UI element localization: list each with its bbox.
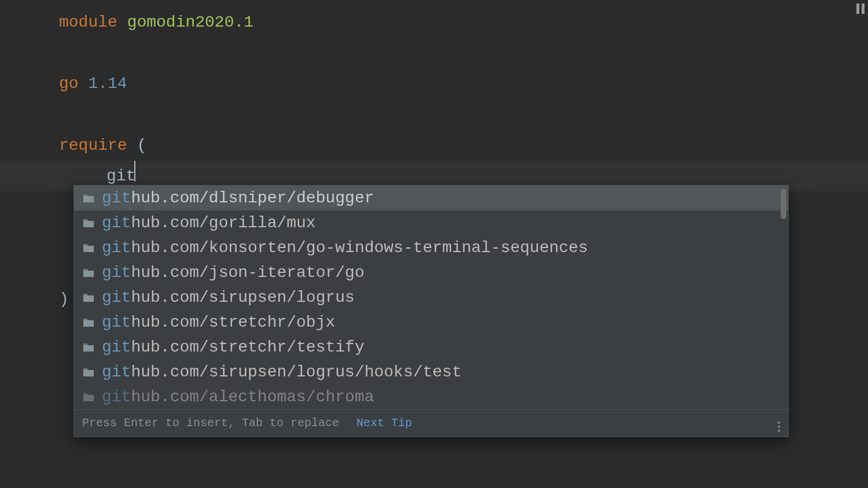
close-paren: ) <box>59 290 69 308</box>
completion-text: github.com/konsorten/go-windows-terminal… <box>102 239 588 257</box>
typed-text: git <box>106 167 135 185</box>
more-options-icon[interactable] <box>778 413 780 432</box>
completion-item[interactable]: github.com/json-iterator/go <box>74 260 788 285</box>
pause-icon[interactable] <box>856 3 865 14</box>
completion-text: github.com/dlsniper/debugger <box>102 189 374 207</box>
code-line: go 1.14 <box>0 68 868 99</box>
folder-icon <box>82 268 95 278</box>
completion-text: github.com/gorilla/mux <box>102 214 316 232</box>
folder-icon <box>82 218 95 228</box>
folder-icon <box>82 193 95 204</box>
scrollbar-thumb[interactable] <box>781 189 786 219</box>
module-name: gomodin2020.1 <box>127 13 253 31</box>
folder-icon <box>82 243 95 253</box>
completion-item[interactable]: github.com/alecthomas/chroma <box>74 385 788 409</box>
code-line-blank <box>0 38 868 68</box>
folder-icon <box>82 367 95 378</box>
completion-footer: Press Enter to insert, Tab to replace Ne… <box>74 409 788 437</box>
keyword-go: go <box>59 75 79 93</box>
folder-icon <box>82 317 95 328</box>
completion-item[interactable]: github.com/konsorten/go-windows-terminal… <box>74 235 788 260</box>
completion-item[interactable]: github.com/stretchr/objx <box>74 310 788 335</box>
completion-text: github.com/sirupsen/logrus/hooks/test <box>102 363 462 381</box>
go-version: 1.14 <box>88 75 127 93</box>
completion-text: github.com/json-iterator/go <box>102 264 365 282</box>
folder-icon <box>82 342 95 353</box>
folder-icon <box>82 293 95 303</box>
folder-icon <box>82 392 95 402</box>
completion-list[interactable]: github.com/dlsniper/debuggergithub.com/g… <box>74 186 788 409</box>
code-line: module gomodin2020.1 <box>0 7 868 38</box>
code-line: require ( <box>0 130 868 161</box>
next-tip-link[interactable]: Next Tip <box>356 416 412 430</box>
footer-hint-group: Press Enter to insert, Tab to replace Ne… <box>82 416 412 430</box>
completion-item[interactable]: github.com/sirupsen/logrus <box>74 285 788 310</box>
completion-popup: github.com/dlsniper/debuggergithub.com/g… <box>73 185 789 437</box>
completion-text: github.com/stretchr/testify <box>102 338 365 356</box>
completion-text: github.com/stretchr/objx <box>102 313 335 331</box>
footer-hint: Press Enter to insert, Tab to replace <box>82 416 339 430</box>
keyword-require: require <box>59 136 127 154</box>
completion-item[interactable]: github.com/dlsniper/debugger <box>74 186 788 210</box>
code-line-blank <box>0 99 868 130</box>
open-paren: ( <box>137 136 146 154</box>
completion-item[interactable]: github.com/sirupsen/logrus/hooks/test <box>74 360 788 385</box>
completion-text: github.com/alecthomas/chroma <box>102 388 374 406</box>
keyword-module: module <box>59 13 117 31</box>
completion-text: github.com/sirupsen/logrus <box>102 289 355 306</box>
completion-item[interactable]: github.com/gorilla/mux <box>74 210 788 235</box>
completion-item[interactable]: github.com/stretchr/testify <box>74 335 788 360</box>
